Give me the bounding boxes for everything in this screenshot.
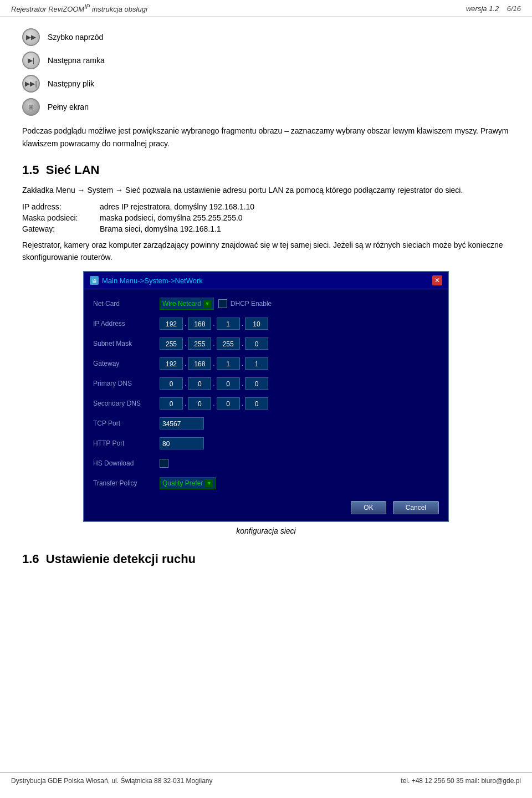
fast-forward-button[interactable]: ▶▶ [22,28,40,46]
dvr-transfer-value: Quality Prefer [162,479,203,487]
next-file-button[interactable]: ▶▶| [22,75,40,93]
dvr-pdns-seg2[interactable]: 0 [188,377,211,390]
dvr-row-sdns: Secondary DNS 0 . 0 . 0 . 0 [93,396,439,411]
screenshot-caption: konfiguracja sieci [236,526,295,535]
fast-forward-label: Szybko naprzód [48,33,103,42]
dvr-gateway-input-group: 192 . 168 . 1 . 1 [160,357,268,370]
page-footer: Dystrybucja GDE Polska Włosań, ul. Świąt… [0,772,532,789]
dvr-ip-seg1[interactable]: 192 [160,318,183,330]
dvr-sdns-seg4[interactable]: 0 [245,397,268,410]
dvr-subnet-seg2[interactable]: 255 [188,337,211,350]
section-15-title: 1.5 Sieć LAN [22,163,510,177]
network-info-table: IP address: adres IP rejestratora, domyś… [22,202,510,233]
dvr-pdns-seg1[interactable]: 0 [160,377,183,390]
dvr-row-pdns: Primary DNS 0 . 0 . 0 . 0 [93,376,439,391]
ip-address-label: IP address: [22,202,100,211]
control-fullscreen: ⊞ Pełny ekran [22,98,510,116]
dvr-window: 🖥 Main Menu->System->NetWork ✕ Net Card … [83,271,449,522]
dvr-close-button[interactable]: ✕ [432,275,442,285]
dvr-title: Main Menu->System->NetWork [102,277,203,285]
section-16-title: 1.6 Ustawienie detekcji ruchu [22,552,510,566]
ip-address-row: IP address: adres IP rejestratora, domyś… [22,202,510,211]
dvr-label-http: HTTP Port [93,439,160,447]
dvr-transfer-arrow: ▼ [205,479,213,487]
dvr-row-hsdl: HS Download [93,456,439,471]
dvr-label-hsdl: HS Download [93,459,160,467]
dvr-titlebar-icon: 🖥 [90,276,99,285]
dvr-label-transfer: Transfer Policy [93,479,160,487]
dvr-row-netcard: Net Card Wire Netcard ▼ DHCP Enable [93,296,439,311]
subnet-mask-label: Maska podsieci: [22,213,100,222]
main-content: ▶▶ Szybko naprzód ▶| Następna ramka ▶▶| … [0,17,532,584]
gateway-value: Brama sieci, domyślna 192.168.1.1 [100,224,510,233]
header-version-page: wersja 1.2 6/16 [466,4,521,13]
dvr-sdns-seg3[interactable]: 0 [217,397,240,410]
dvr-tcp-port[interactable]: 34567 [160,417,204,429]
dvr-cancel-button[interactable]: Cancel [393,501,439,514]
intro-text: Podczas podglądu możliwe jest powiększan… [22,125,510,150]
section-15-description: Zakładka Menu → System → Sieć pozwala na… [22,184,510,196]
subnet-mask-row: Maska podsieci: maska podsieci, domyślna… [22,213,510,222]
dvr-sdns-seg2[interactable]: 0 [188,397,211,410]
dvr-netcard-value: Wire Netcard [162,300,201,308]
dvr-ip-seg2[interactable]: 168 [188,318,211,330]
dvr-label-subnet: Subnet Mask [93,340,160,347]
dvr-pdns-seg3[interactable]: 0 [217,377,240,390]
page-header: Rejestrator ReviZOOMIP instrukcja obsług… [0,0,532,17]
dvr-row-http: HTTP Port 80 [93,436,439,451]
dvr-button-row: OK Cancel [93,497,439,514]
dvr-select-transfer[interactable]: Quality Prefer ▼ [160,477,216,489]
dvr-label-ip: IP Address [93,320,160,328]
dvr-subnet-seg3[interactable]: 255 [217,337,240,350]
dvr-row-subnet: Subnet Mask 255 . 255 . 255 . 0 [93,336,439,351]
dvr-row-transfer: Transfer Policy Quality Prefer ▼ [93,475,439,491]
dvr-gw-seg4[interactable]: 1 [245,357,268,370]
next-frame-label: Następna ramka [48,56,105,65]
network-note: Rejestrator, kamery oraz komputer zarząd… [22,239,510,264]
dvr-row-gateway: Gateway 192 . 168 . 1 . 1 [93,356,439,371]
header-title: Rejestrator ReviZOOMIP instrukcja obsług… [11,3,147,13]
ip-address-value: adres IP rejestratora, domyślny 192.168.… [100,202,510,211]
dvr-dhcp-label: DHCP Enable [231,300,272,308]
fullscreen-button[interactable]: ⊞ [22,98,40,116]
footer-right: tel. +48 12 256 50 35 mail: biuro@gde.pl [401,777,521,785]
dvr-ip-seg4[interactable]: 10 [245,318,268,330]
dvr-label-sdns: Secondary DNS [93,400,160,407]
subnet-mask-value: maska podsieci, domyślna 255.255.255.0 [100,213,510,222]
dvr-label-netcard: Net Card [93,300,160,308]
footer-left: Dystrybucja GDE Polska Włosań, ul. Świąt… [11,777,213,785]
dvr-label-tcp: TCP Port [93,420,160,427]
fullscreen-label: Pełny ekran [48,103,89,111]
next-file-label: Następny plik [48,79,94,88]
dvr-gw-seg2[interactable]: 168 [188,357,211,370]
gateway-label: Gateway: [22,224,100,233]
dvr-ok-button[interactable]: OK [351,501,386,514]
dvr-subnet-input-group: 255 . 255 . 255 . 0 [160,337,268,350]
dvr-subnet-seg4[interactable]: 0 [245,337,268,350]
dvr-sdns-input-group: 0 . 0 . 0 . 0 [160,397,268,410]
dvr-checkbox-hsdl[interactable] [160,459,168,468]
dvr-select-netcard[interactable]: Wire Netcard ▼ [160,298,214,310]
controls-section: ▶▶ Szybko naprzód ▶| Następna ramka ▶▶| … [22,28,510,116]
dvr-subnet-seg1[interactable]: 255 [160,337,183,350]
next-frame-button[interactable]: ▶| [22,52,40,69]
dvr-label-gateway: Gateway [93,360,160,367]
dvr-pdns-seg4[interactable]: 0 [245,377,268,390]
gateway-row: Gateway: Brama sieci, domyślna 192.168.1… [22,224,510,233]
dvr-sdns-seg1[interactable]: 0 [160,397,183,410]
dvr-ip-seg3[interactable]: 1 [217,318,240,330]
dvr-http-port[interactable]: 80 [160,437,204,449]
dvr-row-tcp: TCP Port 34567 [93,416,439,431]
dvr-gw-seg3[interactable]: 1 [217,357,240,370]
dvr-row-ip: IP Address 192 . 168 . 1 . 10 [93,316,439,331]
control-next-file: ▶▶| Następny plik [22,75,510,93]
dvr-checkbox-dhcp[interactable] [218,299,227,308]
dvr-titlebar-left: 🖥 Main Menu->System->NetWork [90,276,203,285]
dvr-netcard-arrow: ▼ [203,300,211,308]
dvr-pdns-input-group: 0 . 0 . 0 . 0 [160,377,268,390]
section-16: 1.6 Ustawienie detekcji ruchu [22,552,510,566]
control-fast-forward: ▶▶ Szybko naprzód [22,28,510,46]
screenshot-wrap: 🖥 Main Menu->System->NetWork ✕ Net Card … [22,271,510,535]
dvr-gw-seg1[interactable]: 192 [160,357,183,370]
control-next-frame: ▶| Następna ramka [22,52,510,69]
